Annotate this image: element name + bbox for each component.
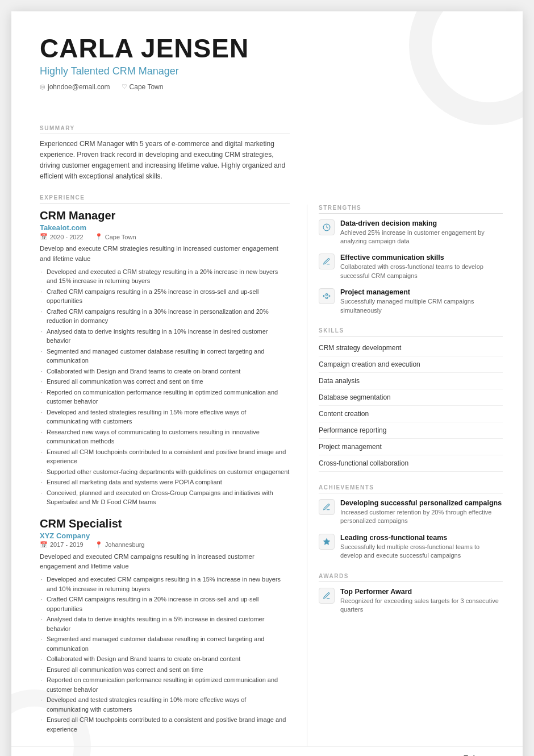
job-1-title: CRM Manager (40, 209, 290, 222)
right-column: STRENGTHS Data-driven decision making Ac… (307, 205, 523, 747)
job-1-years: 📅 2020 - 2022 (40, 233, 84, 240)
experience-label: EXPERIENCE (40, 194, 290, 203)
bullet-item: Supported other customer-facing departme… (40, 467, 290, 477)
skills-label: SKILLS (319, 327, 503, 337)
skill-5: Content creation (319, 406, 503, 422)
job-1-company: Takealot.com (40, 223, 290, 232)
job-1-bullets: Developed and executed a CRM strategy re… (40, 267, 290, 507)
email-text: johndoe@email.com (48, 83, 110, 91)
content-wrapper: SUMMARY Experienced CRM Manager with 5 y… (11, 102, 523, 756)
skill-3: Data analysis (319, 373, 503, 389)
bullet-item: Analysed data to derive insights resulti… (40, 614, 290, 633)
achievement-2: Leading cross-functional teams Successfu… (319, 534, 503, 560)
strength-1-title: Data-driven decision making (340, 219, 503, 227)
strength-2: Effective communication skills Collabora… (319, 254, 503, 280)
bullet-item: Collaborated with Design and Brand teams… (40, 367, 290, 376)
bullet-item: Crafted CRM campaigns resulting in a 30%… (40, 307, 290, 326)
achievements-list: Developing successful personalized campa… (319, 499, 503, 560)
skill-8: Cross-functional collaboration (319, 455, 503, 472)
strengths-section: STRENGTHS Data-driven decision making Ac… (319, 205, 503, 315)
achievement-1-title: Developing successful personalized campa… (340, 499, 503, 507)
job-2-desc: Developed and executed CRM campaigns res… (40, 552, 290, 572)
strength-3: Project management Successfully managed … (319, 288, 503, 315)
award-1-desc: Recognized for exceeding sales targets f… (340, 597, 503, 614)
bullet-item: Reported on communication performance re… (40, 675, 290, 694)
award-1: Top Performer Award Recognized for excee… (319, 588, 503, 614)
job-2-years: 📅 2017 - 2019 (40, 541, 84, 549)
skill-2: Campaign creation and execution (319, 356, 503, 373)
bullet-item: Analysed data to derive insights resulti… (40, 327, 290, 346)
strength-3-text: Project management Successfully managed … (340, 288, 503, 315)
strength-1: Data-driven decision making Achieved 25%… (319, 219, 503, 246)
achievements-section: ACHIEVEMENTS Developing successful perso… (319, 484, 503, 560)
job-2-meta: 📅 2017 - 2019 📍 Johannesburg (40, 541, 290, 549)
location-icon: ♡ (122, 83, 127, 90)
strength-1-desc: Achieved 25% increase in customer engage… (340, 229, 503, 246)
skill-6: Performance reporting (319, 422, 503, 439)
award-1-icon (319, 588, 335, 604)
pin-icon: 📍 (95, 541, 103, 549)
resume-page: CARLA JENSEN Highly Talented CRM Manager… (11, 11, 523, 756)
strength-2-title: Effective communication skills (340, 254, 503, 261)
bullet-item: Crafted CRM campaigns resulting in a 25%… (40, 287, 290, 306)
calendar-icon: 📅 (40, 541, 48, 549)
job-1-meta: 📅 2020 - 2022 📍 Cape Town (40, 233, 290, 240)
job-1-location: 📍 Cape Town (95, 233, 136, 240)
bullet-item: Ensured all communication was correct an… (40, 665, 290, 675)
candidate-title: Highly Talented CRM Manager (40, 65, 494, 77)
achievement-2-icon (319, 534, 335, 550)
strength-3-desc: Successfully managed multiple CRM campai… (340, 297, 503, 315)
strengths-list: Data-driven decision making Achieved 25%… (319, 219, 503, 315)
strength-2-desc: Collaborated with cross-functional teams… (340, 263, 503, 280)
bullet-item: Researched new ways of communicating to … (40, 427, 290, 446)
bullet-item: Developed and executed a CRM strategy re… (40, 267, 290, 286)
bullet-item: Developed and tested strategies resultin… (40, 695, 290, 714)
achievements-label: ACHIEVEMENTS (319, 484, 503, 493)
achievement-1-text: Developing successful personalized campa… (340, 499, 503, 526)
bullet-item: Reported on communication performance re… (40, 388, 290, 406)
bullet-item: Ensured all CRM touchpoints contributed … (40, 447, 290, 466)
achievement-1: Developing successful personalized campa… (319, 499, 503, 526)
achievement-2-title: Leading cross-functional teams (340, 534, 503, 542)
awards-label: AWARDS (319, 573, 503, 582)
award-1-text: Top Performer Award Recognized for excee… (340, 588, 503, 614)
strength-1-icon (319, 219, 335, 235)
contact-row: ◎ johndoe@email.com ♡ Cape Town (40, 83, 494, 91)
header-section: CARLA JENSEN Highly Talented CRM Manager… (11, 11, 523, 102)
bullet-item: Segmented and managed customer database … (40, 634, 290, 653)
awards-section: AWARDS Top Performer Award Recognized fo… (319, 573, 503, 614)
email-contact: ◎ johndoe@email.com (40, 83, 110, 91)
pin-icon: 📍 (95, 233, 103, 240)
job-2-company: XYZ Company (40, 531, 290, 540)
achievement-1-desc: Increased customer retention by 20% thro… (340, 508, 503, 526)
summary-text: Experienced CRM Manager with 5 years of … (40, 139, 290, 182)
skill-7: Project management (319, 439, 503, 455)
candidate-name: CARLA JENSEN (40, 34, 494, 63)
job-1-desc: Develop and execute CRM strategies resul… (40, 244, 290, 264)
bullet-item: Conceived, planned and executed on Cross… (40, 488, 290, 507)
strength-2-text: Effective communication skills Collabora… (340, 254, 503, 280)
bullet-item: Crafted CRM campaigns resulting in a 20%… (40, 595, 290, 613)
strength-1-text: Data-driven decision making Achieved 25%… (340, 219, 503, 246)
award-1-title: Top Performer Award (340, 588, 503, 596)
bullet-item: Ensured all CRM touchpoints contributed … (40, 715, 290, 734)
location-text: Cape Town (130, 83, 164, 91)
achievement-1-icon (319, 499, 335, 515)
bullet-item: Developed and executed CRM campaigns res… (40, 575, 290, 593)
strength-3-title: Project management (340, 288, 503, 296)
awards-list: Top Performer Award Recognized for excee… (319, 588, 503, 614)
achievement-2-desc: Successfully led multiple cross-function… (340, 543, 503, 560)
experience-section: EXPERIENCE CRM Manager Takealot.com 📅 20… (40, 194, 290, 734)
job-2: CRM Specialist XYZ Company 📅 2017 - 2019… (40, 517, 290, 734)
job-2-title: CRM Specialist (40, 517, 290, 530)
job-2-location: 📍 Johannesburg (95, 541, 145, 549)
bullet-item: Collaborated with Design and Brand teams… (40, 654, 290, 664)
email-icon: ◎ (40, 83, 45, 90)
job-2-bullets: Developed and executed CRM campaigns res… (40, 575, 290, 734)
summary-section: SUMMARY Experienced CRM Manager with 5 y… (40, 125, 290, 182)
bullet-item: Ensured all communication was correct an… (40, 377, 290, 387)
skill-4: Database segmentation (319, 389, 503, 406)
skills-section: SKILLS CRM strategy development Campaign… (319, 327, 503, 472)
location-contact: ♡ Cape Town (122, 83, 164, 91)
bullet-item: Segmented and managed customer database … (40, 347, 290, 365)
